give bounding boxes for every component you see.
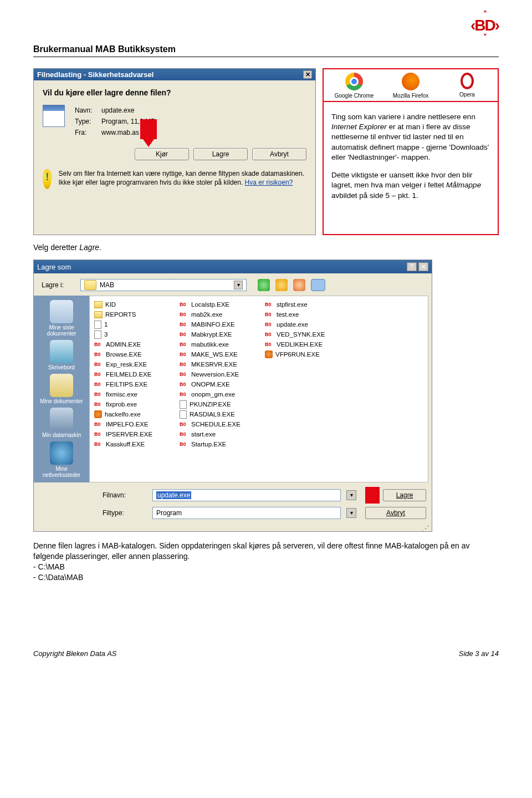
places-bar: Mine siste dokumenter Skrivebord Mine do… [34,296,89,482]
file-item[interactable]: B0Exp_resk.EXE [94,359,177,369]
resize-grip-icon[interactable]: ⋰ [34,526,432,531]
dialog-heading: Vil du kjøre eller lagre denne filen? [43,88,306,97]
file-item[interactable]: B0Kasskuff.EXE [94,439,177,449]
file-item[interactable]: hackelfo.exe [94,409,177,419]
place-mydocs[interactable]: Mine dokumenter [38,374,85,404]
footer-page: Side 3 av 14 [459,649,499,658]
close-icon[interactable]: ✕ [418,262,428,271]
file-item[interactable]: B0ONOPM.EXE [180,379,263,389]
warning-shield-icon [43,169,52,189]
file-item[interactable]: B0mabutikk.exe [180,339,263,349]
cancel-button[interactable]: Avbryt [252,148,306,160]
file-item[interactable]: B0Browse.EXE [94,349,177,359]
browser-icons-row: Google Chrome Mozilla Firefox Opera [323,68,499,102]
body-paragraph: Denne filen lagres i MAB-katalogen. Side… [33,541,499,583]
file-item[interactable]: B0fixmisc.exe [94,389,177,399]
opera-item: Opera [442,73,492,99]
place-desktop[interactable]: Skrivebord [38,340,85,370]
file-item[interactable]: B0MKESRVR.EXE [180,359,263,369]
save-in-label: Lagre i: [42,281,75,289]
pointer-arrow-icon [140,119,157,139]
file-item[interactable]: B0MAKE_WS.EXE [180,349,263,359]
download-security-dialog: Filnedlasting - Sikkerhetsadvarsel ✕ Vil… [33,68,316,235]
document-title: Brukermanual MAB Butikksystem [33,44,499,57]
info-box: Ting som kan variere i andre nettlesere … [323,102,499,235]
file-item[interactable]: B0Localstp.EXE [180,299,263,309]
filename-label: Filnavn: [103,491,147,499]
filename-dropdown-icon[interactable]: ▾ [346,490,356,500]
file-item[interactable]: B0Newversion.EXE [180,369,263,379]
place-mycomputer[interactable]: Min datamaskin [38,408,85,438]
filetype-dropdown-icon[interactable]: ▾ [346,508,356,518]
file-item[interactable]: KID [94,299,177,309]
opera-icon [461,73,474,89]
file-item[interactable]: B0SCHEDULE.EXE [180,419,263,429]
bd-logo: ˄ ‹BD› ˅ [470,11,499,40]
file-list[interactable]: KIDREPORTS13B0ADMIN.EXEB0Browse.EXEB0Exp… [89,296,428,482]
application-icon [43,105,65,127]
filetype-label: Filtype: [103,509,147,517]
up-folder-icon[interactable] [275,279,288,291]
new-folder-icon[interactable] [293,279,305,291]
dialog-title: Filnedlasting - Sikkerhetsadvarsel [37,70,154,79]
file-item[interactable]: B0IPSERVER.EXE [94,429,177,439]
file-item[interactable]: B0VED_SYNK.EXE [265,329,348,339]
file-item[interactable]: B0stpfirst.exe [265,299,348,309]
file-item[interactable]: B0ADMIN.EXE [94,339,177,349]
dialog2-title: Lagre som [37,263,71,271]
save-button[interactable]: Lagre [383,489,426,501]
file-item[interactable]: 3 [94,329,177,339]
help-icon[interactable]: ? [407,262,417,271]
file-item[interactable]: B0test.exe [265,309,348,319]
chevron-down-icon[interactable]: ▾ [234,281,243,289]
file-item[interactable]: B0update.exe [265,319,348,329]
instruction-text: Velg deretter Lagre. [33,243,499,252]
place-network[interactable]: Mine nettverkssteder [38,441,85,478]
save-button[interactable]: Lagre [193,148,248,160]
firefox-item: Mozilla Firefox [386,73,436,99]
view-menu-icon[interactable] [311,279,325,291]
file-item[interactable]: B0onopm_gm.exe [180,389,263,399]
cancel-button[interactable]: Avbryt [365,507,426,519]
save-as-dialog: Lagre som ? ✕ Lagre i: MAB ▾ [33,260,432,532]
place-recent[interactable]: Mine siste dokumenter [38,300,85,337]
file-item[interactable]: VFP6RUN.EXE [265,349,348,359]
file-item[interactable]: B0mab2k.exe [180,309,263,319]
file-item[interactable]: B0start.exe [180,429,263,439]
folder-icon [84,280,96,290]
footer-copyright: Copyright Bleken Data AS [33,649,117,658]
file-item[interactable]: B0IMPELFO.EXE [94,419,177,429]
file-item[interactable]: B0VEDLIKEH.EXE [265,339,348,349]
firefox-icon [402,73,420,90]
file-item[interactable]: 1 [94,319,177,329]
back-icon[interactable] [258,279,270,291]
dialog2-titlebar: Lagre som ? ✕ [34,260,432,273]
warning-text: Selv om filer fra Internett kan være nyt… [58,169,306,187]
file-item[interactable]: B0MABINFO.EXE [180,319,263,329]
dialog-titlebar: Filnedlasting - Sikkerhetsadvarsel ✕ [34,69,315,80]
file-item[interactable]: B0FEILMELD.EXE [94,369,177,379]
chrome-icon [345,73,363,90]
file-item[interactable]: B0FEILTIPS.EXE [94,379,177,389]
file-item[interactable]: PKUNZIP.EXE [180,399,263,409]
file-item[interactable]: B0Mabkrypt.EXE [180,329,263,339]
file-item[interactable]: B0Startup.EXE [180,439,263,449]
close-icon[interactable]: ✕ [303,70,312,79]
file-item[interactable]: REPORTS [94,309,177,319]
risk-link[interactable]: Hva er risikoen? [245,179,293,186]
run-button[interactable]: Kjør [135,148,189,160]
file-item[interactable]: RASDIAL9.EXE [180,409,263,419]
file-item[interactable]: B0fixprob.exe [94,399,177,409]
filename-field[interactable]: update.exe [152,489,341,501]
pointer-arrow-icon [365,487,380,504]
filetype-field[interactable]: Program [152,507,341,519]
chrome-item: Google Chrome [329,73,379,99]
save-in-combo[interactable]: MAB ▾ [80,279,247,291]
